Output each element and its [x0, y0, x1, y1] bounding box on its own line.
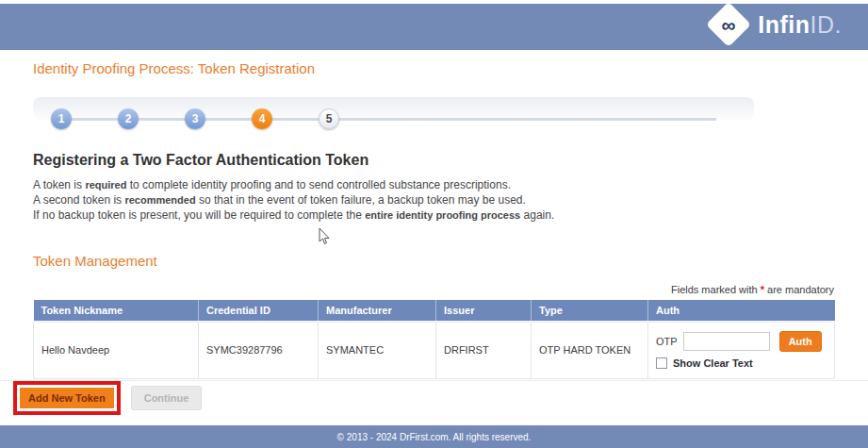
infinid-logo: ∞ InfinID. — [712, 8, 842, 41]
col-header-type: Type — [532, 300, 648, 322]
continue-button[interactable]: Continue — [131, 386, 203, 410]
token-management-heading: Token Management — [33, 253, 834, 269]
show-clear-text-label: Show Clear Text — [673, 357, 753, 369]
cell-credential-id: SYMC39287796 — [199, 322, 319, 378]
col-header-token-nickname: Token Nickname — [34, 300, 199, 322]
step-3: 3 — [185, 108, 205, 129]
token-table: Token Nickname Credential ID Manufacture… — [33, 300, 835, 379]
mandatory-note: Fields marked with * are mandatory — [33, 284, 834, 295]
cell-type: OTP HARD TOKEN — [532, 322, 648, 378]
logo-text-light: ID. — [811, 11, 842, 38]
progress-stepper: 1 2 3 4 5 — [33, 97, 754, 133]
auth-button[interactable]: Auth — [779, 331, 822, 352]
table-row: Hello Navdeep SYMC39287796 SYMANTEC DRFI… — [34, 322, 835, 378]
intro-line-3: If no backup token is present, you will … — [33, 207, 834, 223]
otp-input[interactable] — [683, 332, 770, 351]
col-header-issuer: Issuer — [436, 300, 532, 322]
col-header-credential-id: Credential ID — [199, 300, 319, 322]
cell-token-nickname: Hello Navdeep — [34, 322, 199, 378]
table-header-row: Token Nickname Credential ID Manufacture… — [34, 300, 835, 322]
logo-text-bold: Infin — [758, 11, 810, 38]
show-clear-text-checkbox[interactable] — [656, 357, 667, 369]
intro-line-2: A second token is recommended so that in… — [33, 192, 834, 207]
step-4-active: 4 — [252, 108, 272, 129]
intro-line-1: A token is required to complete identity… — [33, 177, 834, 192]
cell-manufacturer: SYMANTEC — [319, 322, 436, 378]
step-2: 2 — [118, 108, 139, 129]
otp-label: OTP — [656, 336, 678, 347]
section-heading: Registering a Two Factor Authentication … — [33, 152, 834, 169]
cell-auth: OTP Auth Show Clear Text — [648, 322, 835, 378]
col-header-auth: Auth — [648, 300, 835, 322]
infinity-logo-icon: ∞ — [706, 2, 751, 47]
step-1: 1 — [51, 108, 72, 129]
action-buttons: Add New Token Continue — [13, 381, 202, 415]
add-new-token-button[interactable]: Add New Token — [18, 386, 116, 410]
header-bar: ∞ InfinID. — [0, 4, 868, 50]
mouse-cursor — [318, 227, 331, 246]
cell-issuer: DRFIRST — [436, 322, 532, 378]
stepper-line — [61, 118, 716, 121]
red-highlight-annotation: Add New Token — [13, 381, 121, 415]
footer-bar: © 2013 - 2024 DrFirst.com. All rights re… — [0, 425, 868, 448]
stepper-track — [33, 97, 754, 120]
copyright-text: © 2013 - 2024 DrFirst.com. All rights re… — [337, 432, 532, 442]
main-content: Identity Proofing Process: Token Registr… — [33, 50, 834, 379]
col-header-manufacturer: Manufacturer — [319, 300, 436, 322]
page-title: Identity Proofing Process: Token Registr… — [33, 60, 834, 76]
step-5: 5 — [319, 108, 339, 129]
intro-text: A token is required to complete identity… — [33, 177, 834, 223]
logo-wordmark: InfinID. — [758, 11, 842, 39]
